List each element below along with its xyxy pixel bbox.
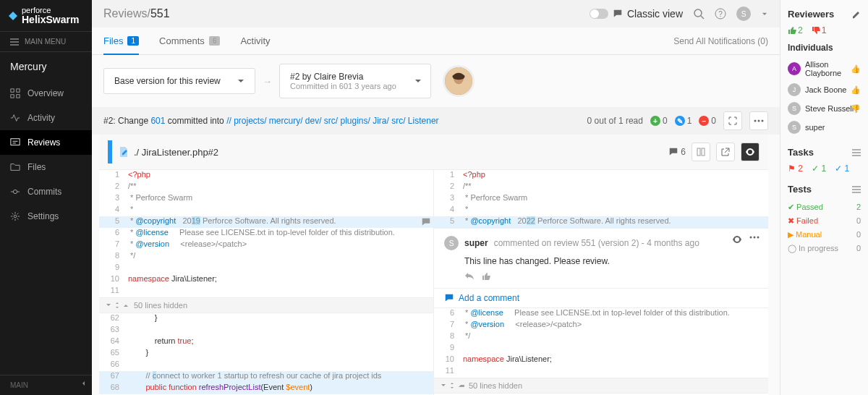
sidebar-collapse-icon[interactable]: [80, 380, 88, 387]
toggle-switch[interactable]: [590, 9, 608, 19]
main-menu-toggle[interactable]: MAIN MENU: [0, 31, 92, 52]
reviewer-row[interactable]: Ssuper: [788, 118, 861, 137]
code-line[interactable]: // connect to worker 1 startup to refres…: [125, 371, 433, 383]
workspace-name[interactable]: Mercury: [0, 52, 92, 81]
like-icon[interactable]: [482, 272, 490, 281]
nav-settings[interactable]: Settings: [0, 204, 92, 229]
code-line[interactable]: [460, 366, 768, 378]
inline-comment-icon[interactable]: [421, 217, 431, 227]
expand-vert-icon[interactable]: [448, 382, 456, 389]
target-version-select[interactable]: #2 by Claire Brevia Committed in 601 3 y…: [279, 64, 431, 98]
expand-vert-icon[interactable]: [114, 302, 121, 309]
downvote-count[interactable]: 1: [812, 25, 827, 35]
chevron-down-icon[interactable]: [440, 382, 447, 389]
code-line[interactable]: *: [125, 205, 433, 216]
code-line[interactable]: * Perforce Swarm: [125, 193, 433, 205]
logo[interactable]: perforce HelixSwarm: [0, 0, 92, 31]
individuals-title: Individuals: [788, 43, 861, 53]
file-comment-count[interactable]: 6: [668, 147, 686, 157]
arrow-right-icon: →: [263, 76, 272, 87]
expand-icon[interactable]: [723, 111, 742, 130]
base-version-select[interactable]: Base version for this review: [103, 68, 255, 94]
user-avatar[interactable]: S: [736, 7, 751, 21]
nav-files[interactable]: Files: [0, 155, 92, 179]
code-line[interactable]: /**: [125, 182, 433, 193]
collapse-bar-right[interactable]: 50 lines hidden: [434, 378, 768, 394]
reviewer-row[interactable]: SSteve Russell👎: [788, 99, 861, 118]
code-line[interactable]: /**: [460, 182, 768, 193]
svg-rect-1: [17, 89, 20, 92]
code-line[interactable]: [460, 343, 768, 354]
mark-read-icon[interactable]: [741, 143, 760, 161]
code-line[interactable]: namespace Jira\Listener;: [125, 274, 433, 286]
change-link[interactable]: 601: [150, 116, 165, 126]
tasks-verified: ✓ 1: [835, 163, 849, 174]
code-line[interactable]: * @license Please see LICENSE.txt in top…: [460, 308, 768, 320]
reviewer-row[interactable]: JJack Boone👍: [788, 80, 861, 99]
code-line[interactable]: [125, 286, 433, 297]
send-notifications-link[interactable]: Send All Notifications (0): [673, 36, 768, 46]
tab-activity-label: Activity: [240, 35, 270, 46]
comment-avatar[interactable]: S: [444, 236, 459, 250]
tab-files[interactable]: Files 1: [103, 28, 139, 55]
upvote-count[interactable]: 2: [788, 25, 803, 35]
code-line[interactable]: }: [125, 348, 433, 360]
nav-activity[interactable]: Activity: [0, 106, 92, 130]
code-line[interactable]: * Perforce Swarm: [460, 193, 768, 205]
code-line[interactable]: }: [125, 313, 433, 325]
collapse-bar-left[interactable]: 50 lines hidden: [99, 297, 433, 313]
chevron-up-icon[interactable]: [457, 382, 464, 389]
read-status: 0 out of 1 read: [587, 116, 643, 126]
reply-icon[interactable]: [464, 272, 475, 281]
chevron-down-icon[interactable]: [761, 8, 768, 20]
code-line[interactable]: *: [460, 205, 768, 216]
author-avatar[interactable]: [443, 65, 475, 97]
test-passed-row: ✔ Passed2: [788, 200, 861, 214]
code-line[interactable]: */: [460, 331, 768, 343]
code-line[interactable]: return true;: [125, 336, 433, 348]
reviewers-title: Reviewers: [788, 9, 834, 20]
reviewer-avatar: J: [788, 83, 801, 96]
code-line[interactable]: * @copyright 2019 Perforce Software. All…: [125, 216, 433, 228]
code-line[interactable]: <?php: [460, 170, 768, 182]
code-line[interactable]: * @license Please see LICENSE.txt in top…: [125, 228, 433, 239]
code-line[interactable]: public function refreshProjectList(Event…: [125, 383, 433, 394]
code-line[interactable]: * @version <release>/<patch>: [125, 239, 433, 251]
code-line[interactable]: [125, 263, 433, 274]
code-line[interactable]: */: [125, 251, 433, 263]
comment-more-icon[interactable]: [749, 236, 760, 239]
tab-comments[interactable]: Comments 6: [159, 28, 220, 54]
reviews-icon: [10, 137, 20, 148]
code-line[interactable]: [125, 325, 433, 336]
code-line[interactable]: namespace Jira\Listener;: [460, 354, 768, 366]
nav-reviews[interactable]: Reviews: [0, 130, 92, 155]
thumb-up-icon: 👍: [851, 85, 861, 95]
more-icon[interactable]: [749, 111, 768, 130]
main-menu-label: MAIN MENU: [25, 38, 66, 46]
visibility-icon[interactable]: [732, 236, 742, 243]
nav-commits[interactable]: Commits: [0, 179, 92, 204]
diff-mode-icon[interactable]: [692, 143, 710, 161]
code-line[interactable]: <?php: [125, 170, 433, 182]
file-path[interactable]: ./ JiraListener.php#2: [134, 147, 218, 158]
code-line[interactable]: [125, 360, 433, 371]
classic-view-toggle[interactable]: Classic view: [590, 8, 683, 20]
svg-point-14: [762, 120, 764, 122]
reviewer-row[interactable]: AAllison Clayborne👍: [788, 57, 861, 80]
breadcrumb-section[interactable]: Reviews: [103, 7, 147, 20]
chevron-up-icon[interactable]: [122, 302, 129, 309]
code-line[interactable]: * @copyright 2022 Perforce Software. All…: [460, 216, 768, 228]
list-icon[interactable]: [852, 186, 861, 193]
nav-overview[interactable]: Overview: [0, 81, 92, 106]
search-icon[interactable]: [693, 8, 705, 20]
tab-activity[interactable]: Activity: [240, 28, 270, 54]
add-comment-link[interactable]: Add a comment: [434, 289, 768, 308]
help-icon[interactable]: ?: [715, 8, 726, 20]
code-line[interactable]: * @version <release>/<patch>: [460, 320, 768, 331]
list-icon[interactable]: [852, 149, 861, 156]
open-external-icon[interactable]: [716, 143, 735, 161]
change-path-link[interactable]: // projects/ mercury/ dev/ src/ plugins/…: [226, 116, 438, 126]
edit-icon[interactable]: [852, 10, 861, 19]
comment-author[interactable]: super: [464, 238, 488, 248]
chevron-down-icon[interactable]: [105, 302, 112, 309]
